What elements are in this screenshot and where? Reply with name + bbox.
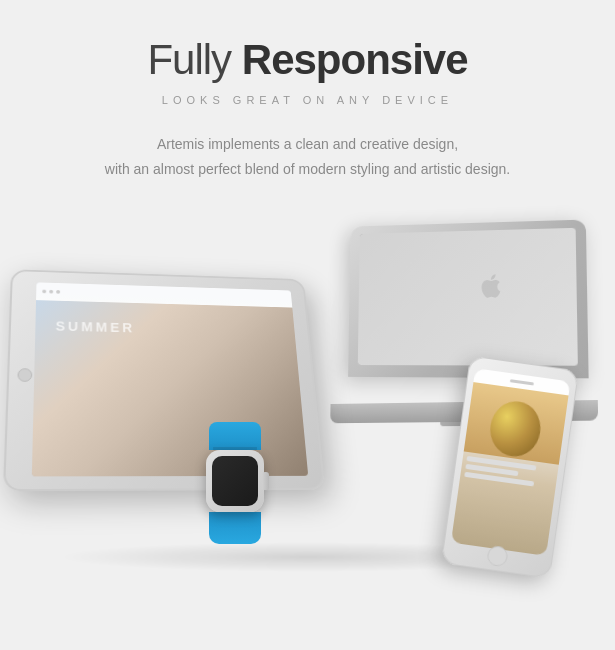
page-title: Fully Responsive xyxy=(147,36,467,84)
watch-device xyxy=(190,422,280,552)
apple-logo-icon xyxy=(477,272,505,300)
title-light: Fully xyxy=(147,36,241,83)
description-text: Artemis implements a clean and creative … xyxy=(105,132,510,182)
tablet-nav-dot-3 xyxy=(56,290,60,294)
laptop-screen xyxy=(358,228,578,366)
watch-strap-top xyxy=(209,422,261,450)
description-line2: with an almost perfect blend of modern s… xyxy=(105,161,510,177)
watch-crown xyxy=(262,472,269,490)
tablet-nav-dot-2 xyxy=(49,290,53,294)
phone-screen xyxy=(451,369,571,557)
watch-body xyxy=(206,450,264,512)
tablet-device: Summer xyxy=(3,270,337,503)
subtitle-text: LOOKS GREAT ON ANY DEVICE xyxy=(162,94,453,106)
phone-text-line-3 xyxy=(464,472,534,487)
phone-power-button xyxy=(565,440,572,464)
laptop-screen-bezel xyxy=(358,228,578,366)
tablet-home-button xyxy=(17,369,32,383)
tablet-summer-label: Summer xyxy=(56,319,136,335)
watch-screen-content xyxy=(212,456,258,506)
hero-section: Fully Responsive LOOKS GREAT ON ANY DEVI… xyxy=(0,0,615,582)
watch-screen xyxy=(212,456,258,506)
phone-speaker-grille xyxy=(510,379,534,385)
phone-product-visual xyxy=(487,398,544,459)
devices-showcase: Summer xyxy=(0,202,615,582)
title-bold: Responsive xyxy=(242,36,468,83)
laptop-body xyxy=(348,220,589,379)
watch-strap-bottom xyxy=(209,512,261,544)
tablet-nav-dot-1 xyxy=(42,290,46,294)
description-line1: Artemis implements a clean and creative … xyxy=(157,136,458,152)
